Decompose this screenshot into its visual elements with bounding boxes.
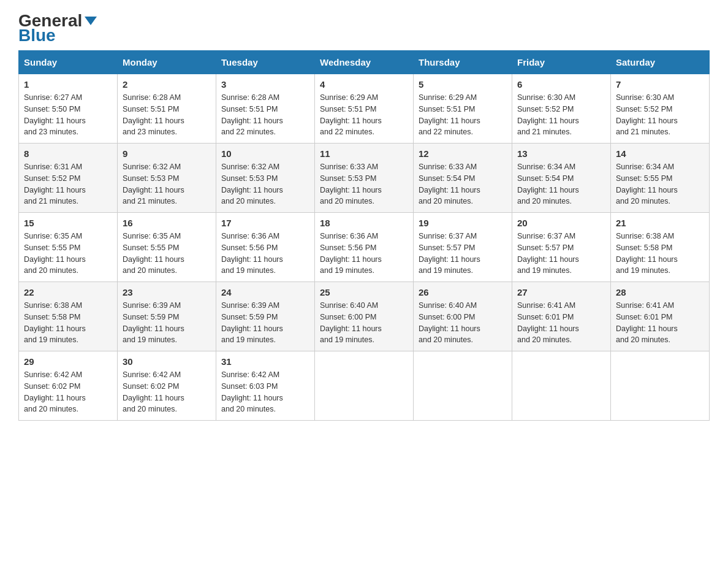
day-number: 8 [24,148,112,159]
day-number: 6 [517,79,605,90]
day-info: Sunrise: 6:37 AMSunset: 5:57 PMDaylight:… [517,231,605,277]
day-info: Sunrise: 6:40 AMSunset: 6:00 PMDaylight:… [320,300,408,346]
calendar-cell: 3Sunrise: 6:28 AMSunset: 5:51 PMDaylight… [216,74,315,144]
day-number: 14 [616,148,704,159]
logo-blue-text: Blue [18,27,56,44]
empty-cell [512,351,611,421]
calendar-cell: 31Sunrise: 6:42 AMSunset: 6:03 PMDayligh… [216,351,315,421]
calendar-cell: 15Sunrise: 6:35 AMSunset: 5:55 PMDayligh… [19,213,118,282]
day-number: 23 [123,287,211,297]
day-info: Sunrise: 6:39 AMSunset: 5:59 PMDaylight:… [221,300,309,346]
calendar-cell: 9Sunrise: 6:32 AMSunset: 5:53 PMDaylight… [118,144,216,213]
day-info: Sunrise: 6:32 AMSunset: 5:53 PMDaylight:… [123,161,211,207]
day-number: 9 [123,148,211,159]
day-info: Sunrise: 6:41 AMSunset: 6:01 PMDaylight:… [616,300,704,346]
day-number: 29 [24,356,112,367]
week-row-1: 1Sunrise: 6:27 AMSunset: 5:50 PMDaylight… [19,74,710,144]
day-info: Sunrise: 6:40 AMSunset: 6:00 PMDaylight:… [419,300,507,346]
day-info: Sunrise: 6:34 AMSunset: 5:54 PMDaylight:… [517,161,605,207]
day-info: Sunrise: 6:38 AMSunset: 5:58 PMDaylight:… [24,300,112,346]
day-info: Sunrise: 6:32 AMSunset: 5:53 PMDaylight:… [221,161,309,207]
calendar-cell: 5Sunrise: 6:29 AMSunset: 5:51 PMDaylight… [414,74,512,144]
day-number: 21 [616,218,704,228]
day-number: 24 [221,287,309,297]
day-number: 7 [616,79,704,90]
calendar-cell: 22Sunrise: 6:38 AMSunset: 5:58 PMDayligh… [19,282,118,351]
calendar-cell: 25Sunrise: 6:40 AMSunset: 6:00 PMDayligh… [315,282,414,351]
header-day-tuesday: Tuesday [216,51,315,74]
day-number: 12 [419,148,507,159]
day-info: Sunrise: 6:31 AMSunset: 5:52 PMDaylight:… [24,161,112,207]
header-day-thursday: Thursday [414,51,512,74]
day-info: Sunrise: 6:27 AMSunset: 5:50 PMDaylight:… [24,92,112,138]
day-number: 10 [221,148,309,159]
day-info: Sunrise: 6:30 AMSunset: 5:52 PMDaylight:… [616,92,704,138]
day-number: 19 [419,218,507,228]
day-info: Sunrise: 6:28 AMSunset: 5:51 PMDaylight:… [123,92,211,138]
calendar-cell: 27Sunrise: 6:41 AMSunset: 6:01 PMDayligh… [512,282,611,351]
calendar-cell: 6Sunrise: 6:30 AMSunset: 5:52 PMDaylight… [512,74,611,144]
calendar-cell: 14Sunrise: 6:34 AMSunset: 5:55 PMDayligh… [611,144,710,213]
calendar-cell: 29Sunrise: 6:42 AMSunset: 6:02 PMDayligh… [19,351,118,421]
day-number: 17 [221,218,309,228]
week-row-2: 8Sunrise: 6:31 AMSunset: 5:52 PMDaylight… [19,144,710,213]
day-info: Sunrise: 6:30 AMSunset: 5:52 PMDaylight:… [517,92,605,138]
calendar-cell: 8Sunrise: 6:31 AMSunset: 5:52 PMDaylight… [19,144,118,213]
day-number: 2 [123,79,211,90]
calendar-body: 1Sunrise: 6:27 AMSunset: 5:50 PMDaylight… [19,74,710,421]
empty-cell [611,351,710,421]
day-number: 26 [419,287,507,297]
calendar-cell: 2Sunrise: 6:28 AMSunset: 5:51 PMDaylight… [118,74,216,144]
logo: General Blue [18,12,97,44]
day-info: Sunrise: 6:34 AMSunset: 5:55 PMDaylight:… [616,161,704,207]
day-number: 5 [419,79,507,90]
calendar-table: SundayMondayTuesdayWednesdayThursdayFrid… [18,50,710,421]
day-info: Sunrise: 6:36 AMSunset: 5:56 PMDaylight:… [320,231,408,277]
header: General Blue [18,12,710,44]
day-info: Sunrise: 6:41 AMSunset: 6:01 PMDaylight:… [517,300,605,346]
header-row: SundayMondayTuesdayWednesdayThursdayFrid… [19,51,710,74]
day-info: Sunrise: 6:36 AMSunset: 5:56 PMDaylight:… [221,231,309,277]
day-number: 16 [123,218,211,228]
day-number: 3 [221,79,309,90]
empty-cell [315,351,414,421]
calendar-cell: 21Sunrise: 6:38 AMSunset: 5:58 PMDayligh… [611,213,710,282]
calendar-cell: 1Sunrise: 6:27 AMSunset: 5:50 PMDaylight… [19,74,118,144]
calendar-cell: 28Sunrise: 6:41 AMSunset: 6:01 PMDayligh… [611,282,710,351]
day-info: Sunrise: 6:28 AMSunset: 5:51 PMDaylight:… [221,92,309,138]
week-row-3: 15Sunrise: 6:35 AMSunset: 5:55 PMDayligh… [19,213,710,282]
calendar-cell: 10Sunrise: 6:32 AMSunset: 5:53 PMDayligh… [216,144,315,213]
logo-arrow-icon [85,17,97,25]
day-info: Sunrise: 6:42 AMSunset: 6:03 PMDaylight:… [221,369,309,415]
day-number: 30 [123,356,211,367]
day-number: 4 [320,79,408,90]
day-info: Sunrise: 6:35 AMSunset: 5:55 PMDaylight:… [24,231,112,277]
calendar-cell: 20Sunrise: 6:37 AMSunset: 5:57 PMDayligh… [512,213,611,282]
day-info: Sunrise: 6:33 AMSunset: 5:54 PMDaylight:… [419,161,507,207]
calendar-cell: 17Sunrise: 6:36 AMSunset: 5:56 PMDayligh… [216,213,315,282]
calendar-cell: 11Sunrise: 6:33 AMSunset: 5:53 PMDayligh… [315,144,414,213]
day-number: 28 [616,287,704,297]
day-info: Sunrise: 6:42 AMSunset: 6:02 PMDaylight:… [123,369,211,415]
calendar-cell: 19Sunrise: 6:37 AMSunset: 5:57 PMDayligh… [414,213,512,282]
calendar-cell: 18Sunrise: 6:36 AMSunset: 5:56 PMDayligh… [315,213,414,282]
week-row-5: 29Sunrise: 6:42 AMSunset: 6:02 PMDayligh… [19,351,710,421]
day-info: Sunrise: 6:38 AMSunset: 5:58 PMDaylight:… [616,231,704,277]
day-number: 31 [221,356,309,367]
header-day-wednesday: Wednesday [315,51,414,74]
day-info: Sunrise: 6:35 AMSunset: 5:55 PMDaylight:… [123,231,211,277]
calendar-cell: 16Sunrise: 6:35 AMSunset: 5:55 PMDayligh… [118,213,216,282]
calendar-cell: 12Sunrise: 6:33 AMSunset: 5:54 PMDayligh… [414,144,512,213]
day-number: 11 [320,148,408,159]
day-info: Sunrise: 6:29 AMSunset: 5:51 PMDaylight:… [419,92,507,138]
calendar-cell: 23Sunrise: 6:39 AMSunset: 5:59 PMDayligh… [118,282,216,351]
day-number: 13 [517,148,605,159]
calendar-cell: 13Sunrise: 6:34 AMSunset: 5:54 PMDayligh… [512,144,611,213]
day-number: 20 [517,218,605,228]
header-day-monday: Monday [118,51,216,74]
day-number: 22 [24,287,112,297]
day-number: 1 [24,79,112,90]
day-info: Sunrise: 6:39 AMSunset: 5:59 PMDaylight:… [123,300,211,346]
day-number: 18 [320,218,408,228]
header-day-saturday: Saturday [611,51,710,74]
